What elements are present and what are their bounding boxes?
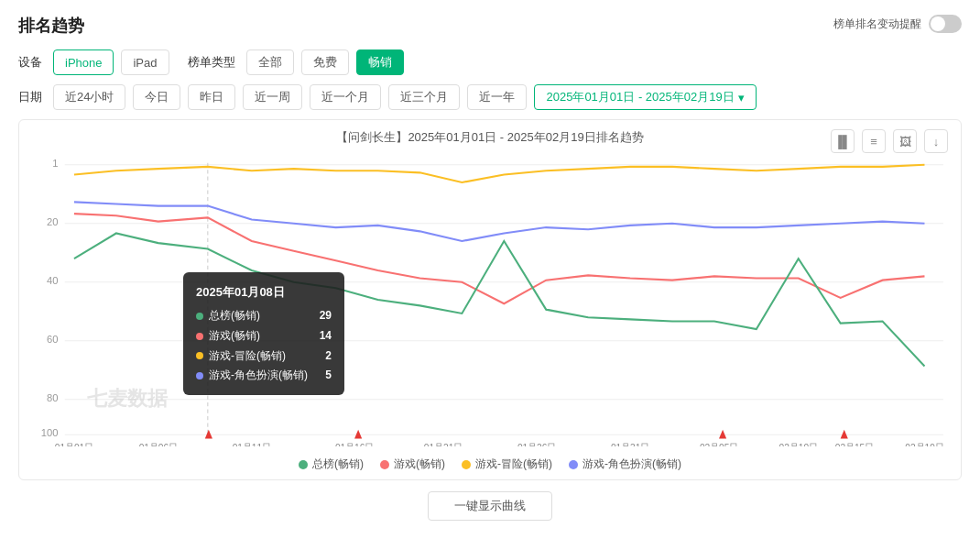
svg-text:02月05日: 02月05日	[700, 443, 738, 446]
svg-text:80: 80	[47, 392, 58, 403]
chart-svg: 1 20 40 60 80 100	[32, 153, 948, 446]
list-best[interactable]: 畅销	[356, 50, 404, 75]
svg-text:01月06日: 01月06日	[139, 443, 178, 446]
tooltip-val-3: 2	[313, 346, 332, 367]
svg-text:20: 20	[47, 216, 58, 227]
legend-item-4: 游戏-角色扮演(畅销)	[569, 456, 681, 472]
date-custom[interactable]: 2025年01月01日 - 2025年02月19日 ▾	[534, 84, 756, 110]
date-custom-label: 2025年01月01日 - 2025年02月19日	[546, 89, 734, 105]
svg-text:01月16日: 01月16日	[335, 443, 374, 446]
svg-text:100: 100	[41, 427, 59, 438]
image-icon[interactable]: 🖼	[893, 129, 917, 153]
download-icon[interactable]: ↓	[924, 129, 948, 153]
legend-dot-2	[380, 460, 389, 469]
tooltip-name-1: 总榜(畅销)	[209, 306, 308, 326]
tooltip-row-3: 游戏-冒险(畅销) 2	[196, 346, 332, 367]
svg-text:01月31日: 01月31日	[611, 443, 649, 446]
legend-label-2: 游戏(畅销)	[394, 456, 445, 472]
legend-label-4: 游戏-角色扮演(畅销)	[583, 456, 681, 472]
date-label: 日期	[18, 89, 42, 105]
date-year[interactable]: 近一年	[467, 84, 527, 110]
chart-tooltip: 2025年01月08日 总榜(畅销) 29 游戏(畅销) 14 游戏-冒险(畅销…	[183, 272, 344, 395]
svg-text:02月15日: 02月15日	[835, 443, 874, 446]
date-filter-row: 日期 近24小时 今日 昨日 近一周 近一个月 近三个月 近一年 2025年01…	[18, 84, 962, 110]
legend-dot-4	[569, 460, 578, 469]
one-click-button[interactable]: 一键显示曲线	[428, 491, 552, 521]
svg-text:01月26日: 01月26日	[517, 443, 556, 446]
date-today[interactable]: 今日	[133, 84, 180, 110]
list-type-label: 榜单类型	[188, 54, 235, 71]
legend-label-3: 游戏-冒险(畅销)	[475, 456, 552, 472]
date-24h[interactable]: 近24小时	[53, 84, 125, 110]
device-ipad[interactable]: iPad	[121, 50, 169, 75]
device-label: 设备	[18, 54, 42, 71]
tooltip-date: 2025年01月08日	[196, 281, 332, 302]
bottom-btn-row: 一键显示曲线	[18, 491, 962, 521]
legend-item-2: 游戏(畅销)	[380, 456, 445, 472]
tooltip-row-2: 游戏(畅销) 14	[196, 326, 332, 346]
tooltip-dot-1	[196, 313, 203, 320]
legend-dot-3	[462, 460, 471, 469]
date-3months[interactable]: 近三个月	[388, 84, 460, 110]
chart-toolbar: ▐▌ ≡ 🖼 ↓	[831, 129, 948, 153]
toggle-track[interactable]	[929, 15, 962, 33]
chevron-down-icon: ▾	[738, 91, 745, 104]
list-icon[interactable]: ≡	[862, 129, 886, 153]
chart-container: 【问剑长生】2025年01月01日 - 2025年02月19日排名趋势 ▐▌ ≡…	[18, 119, 962, 480]
svg-text:01月11日: 01月11日	[233, 443, 271, 446]
tooltip-name-2: 游戏(畅销)	[209, 326, 308, 346]
legend-item-3: 游戏-冒险(畅销)	[462, 456, 552, 472]
tooltip-dot-3	[196, 352, 203, 359]
tooltip-row-4: 游戏-角色扮演(畅销) 5	[196, 366, 332, 386]
bar-chart-icon[interactable]: ▐▌	[831, 129, 855, 153]
list-all[interactable]: 全部	[246, 50, 294, 75]
tooltip-dot-2	[196, 333, 203, 340]
alert-label: 榜单排名变动提醒	[833, 16, 921, 32]
legend-item-1: 总榜(畅销)	[299, 456, 364, 472]
tooltip-val-4: 5	[313, 366, 332, 386]
device-filter-row: 设备 iPhone iPad 榜单类型 全部 免费 畅销	[18, 50, 962, 75]
toggle-thumb	[931, 16, 945, 31]
chart-legend: 总榜(畅销) 游戏(畅销) 游戏-冒险(畅销) 游戏-角色扮演(畅销)	[32, 456, 948, 472]
chart-area: 1 20 40 60 80 100	[32, 153, 948, 449]
top-right-area: 榜单排名变动提醒	[833, 15, 962, 33]
svg-text:01月21日: 01月21日	[424, 443, 463, 446]
svg-text:02月10日: 02月10日	[779, 443, 818, 446]
date-yesterday[interactable]: 昨日	[188, 84, 235, 110]
tooltip-val-2: 14	[313, 326, 332, 346]
list-free[interactable]: 免费	[301, 50, 349, 75]
tooltip-name-3: 游戏-冒险(畅销)	[209, 346, 308, 367]
date-month[interactable]: 近一个月	[310, 84, 381, 110]
date-week[interactable]: 近一周	[243, 84, 302, 110]
alert-toggle[interactable]	[929, 15, 962, 33]
device-iphone[interactable]: iPhone	[53, 50, 114, 75]
svg-text:40: 40	[47, 275, 58, 286]
chart-title: 【问剑长生】2025年01月01日 - 2025年02月19日排名趋势	[32, 129, 948, 146]
tooltip-val-1: 29	[313, 306, 332, 326]
legend-dot-1	[299, 460, 308, 469]
svg-text:60: 60	[47, 334, 58, 345]
svg-text:02月19日: 02月19日	[905, 443, 943, 446]
tooltip-dot-4	[196, 372, 203, 380]
legend-label-1: 总榜(畅销)	[312, 456, 364, 472]
tooltip-row-1: 总榜(畅销) 29	[196, 306, 332, 326]
svg-text:1: 1	[52, 158, 58, 169]
tooltip-name-4: 游戏-角色扮演(畅销)	[209, 366, 308, 386]
svg-text:01月01日: 01月01日	[55, 443, 93, 446]
page-title: 排名趋势	[18, 15, 962, 37]
